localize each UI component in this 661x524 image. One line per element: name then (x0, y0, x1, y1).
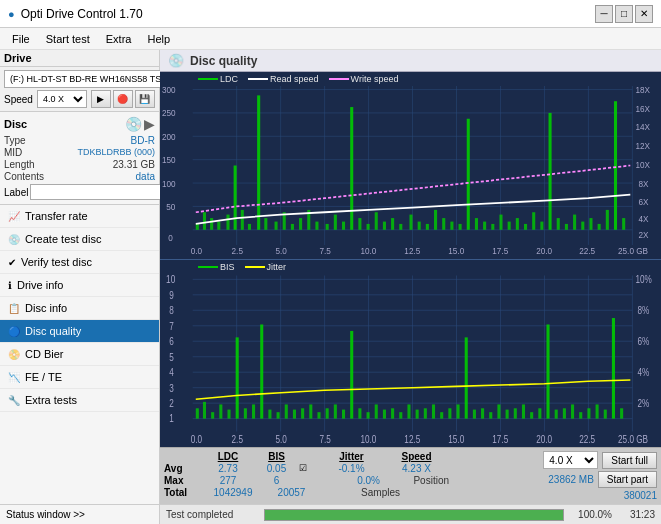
legend-write-speed-color (329, 78, 349, 80)
transfer-rate-icon: 📈 (8, 211, 20, 222)
minimize-button[interactable]: ─ (595, 5, 613, 23)
avg-bis: 0.05 (254, 463, 299, 474)
sidebar-item-verify-test-disc[interactable]: ✔ Verify test disc (0, 251, 159, 274)
svg-rect-160 (317, 412, 320, 418)
sidebar-item-disc-quality[interactable]: 🔵 Disc quality (0, 320, 159, 343)
legend-bis-label: BIS (220, 262, 235, 272)
legend-write-speed-label: Write speed (351, 74, 399, 84)
icon-btn-2[interactable]: 🔴 (113, 90, 133, 108)
svg-rect-152 (252, 404, 255, 418)
progress-percentage: 100.0% (572, 509, 612, 520)
sidebar-item-create-test-disc[interactable]: 💿 Create test disc (0, 228, 159, 251)
drive-selector-area: (F:) HL-DT-ST BD-RE WH16NS58 TST4 ⏏ Spee… (0, 67, 159, 112)
sidebar-item-extra-tests[interactable]: 🔧 Extra tests (0, 389, 159, 412)
nav-label-cd-bier: CD Bier (25, 348, 64, 360)
speed-select[interactable]: 4.0 X (37, 90, 87, 108)
svg-rect-71 (409, 215, 412, 230)
svg-rect-165 (358, 408, 361, 418)
contents-label: Contents (4, 171, 44, 182)
position-value: 23862 MB (524, 474, 594, 485)
sidebar-item-drive-info[interactable]: ℹ Drive info (0, 274, 159, 297)
svg-rect-52 (248, 224, 251, 230)
legend-write-speed: Write speed (329, 74, 399, 84)
nav-label-transfer-rate: Transfer rate (25, 210, 88, 222)
label-input[interactable] (30, 184, 161, 200)
svg-rect-191 (571, 404, 574, 418)
maximize-button[interactable]: □ (615, 5, 633, 23)
svg-rect-78 (467, 119, 470, 230)
svg-text:10: 10 (166, 274, 175, 285)
svg-rect-166 (367, 412, 370, 418)
window-controls: ─ □ ✕ (595, 5, 653, 23)
svg-rect-88 (549, 113, 552, 230)
disc-section: Disc 💿 ▶ Type BD-R MID TDKBLDRBB (000) L… (0, 112, 159, 205)
start-part-button[interactable]: Start part (598, 471, 657, 488)
svg-text:10X: 10X (635, 159, 650, 170)
svg-text:7.5: 7.5 (320, 434, 331, 445)
svg-text:200: 200 (162, 131, 176, 142)
svg-rect-168 (383, 410, 386, 419)
svg-text:20.0: 20.0 (536, 246, 552, 257)
svg-rect-70 (399, 224, 402, 230)
main-layout: Drive (F:) HL-DT-ST BD-RE WH16NS58 TST4 … (0, 50, 661, 524)
svg-text:5.0: 5.0 (276, 246, 287, 257)
svg-rect-147 (211, 412, 214, 418)
svg-rect-164 (350, 331, 353, 419)
start-full-button[interactable]: Start full (602, 452, 657, 469)
svg-text:7: 7 (169, 321, 174, 332)
svg-text:18X: 18X (635, 85, 650, 96)
svg-rect-194 (596, 404, 599, 418)
top-chart-legend: LDC Read speed Write speed (198, 74, 398, 84)
status-window-button[interactable]: Status window >> (0, 504, 159, 524)
svg-rect-170 (399, 412, 402, 418)
svg-text:14X: 14X (635, 122, 650, 133)
sidebar-item-transfer-rate[interactable]: 📈 Transfer rate (0, 205, 159, 228)
disc-icon: 💿 (125, 116, 142, 132)
app-title: Opti Drive Control 1.70 (21, 7, 143, 21)
icon-btn-1[interactable]: ▶ (91, 90, 111, 108)
svg-text:5.0: 5.0 (276, 434, 287, 445)
sidebar-item-fe-te[interactable]: 📉 FE / TE (0, 366, 159, 389)
svg-rect-75 (442, 218, 445, 230)
svg-rect-72 (418, 222, 421, 230)
nav-label-disc-quality: Disc quality (25, 325, 81, 337)
svg-rect-156 (285, 404, 288, 418)
sidebar-item-cd-bier[interactable]: 📀 CD Bier (0, 343, 159, 366)
stats-speed-select[interactable]: 4.0 X (543, 451, 598, 469)
nav-label-fe-te: FE / TE (25, 371, 62, 383)
drive-info-icon: ℹ (8, 280, 12, 291)
nav-label-extra-tests: Extra tests (25, 394, 77, 406)
stats-content: LDC BIS Jitter Speed Avg 2.73 0.05 ☑ -0.… (164, 451, 657, 501)
app-logo: ● (8, 8, 15, 20)
svg-rect-186 (530, 412, 533, 418)
create-test-disc-icon: 💿 (8, 234, 20, 245)
svg-rect-157 (293, 410, 296, 419)
disc-title: Disc (4, 118, 27, 130)
menu-help[interactable]: Help (139, 31, 178, 47)
svg-text:50: 50 (166, 201, 175, 212)
svg-rect-47 (210, 218, 213, 230)
menu-file[interactable]: File (4, 31, 38, 47)
svg-rect-46 (203, 212, 206, 230)
svg-rect-80 (483, 222, 486, 230)
speed-label: Speed (4, 94, 33, 105)
avg-jitter-check: ☑ (299, 463, 319, 474)
svg-rect-155 (277, 412, 280, 418)
svg-text:20.0: 20.0 (536, 434, 552, 445)
svg-text:10%: 10% (635, 274, 651, 285)
close-button[interactable]: ✕ (635, 5, 653, 23)
svg-rect-163 (342, 410, 345, 419)
svg-rect-83 (508, 222, 511, 230)
svg-text:4: 4 (169, 367, 174, 378)
svg-text:17.5: 17.5 (492, 434, 508, 445)
svg-rect-151 (244, 408, 247, 418)
sidebar: Drive (F:) HL-DT-ST BD-RE WH16NS58 TST4 … (0, 50, 160, 524)
menu-start-test[interactable]: Start test (38, 31, 98, 47)
legend-read-speed-color (248, 78, 268, 80)
samples-row: 380021 (587, 490, 657, 501)
icon-btn-3[interactable]: 💾 (135, 90, 155, 108)
menu-extra[interactable]: Extra (98, 31, 140, 47)
avg-speed: 4.23 X (384, 463, 449, 474)
sidebar-item-disc-info[interactable]: 📋 Disc info (0, 297, 159, 320)
menu-bar: File Start test Extra Help (0, 28, 661, 50)
